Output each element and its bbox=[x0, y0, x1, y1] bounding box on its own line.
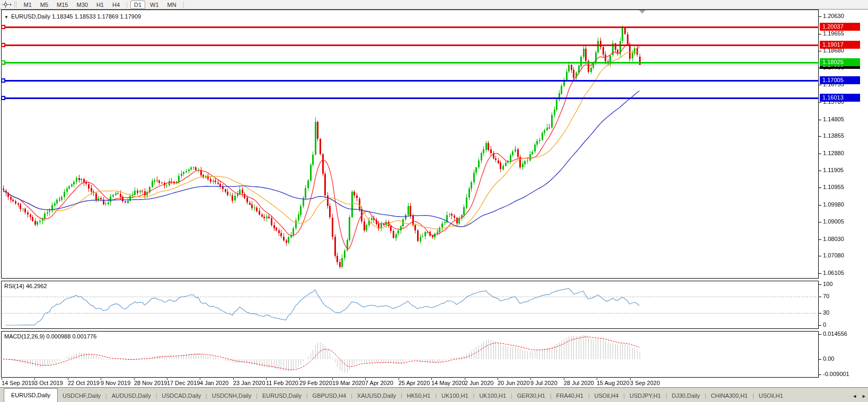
date-label: 3 Oct 2019 bbox=[34, 380, 63, 386]
chart-title: ▼EURUSD,Daily 1.18345 1.18533 1.17869 1.… bbox=[4, 13, 141, 20]
timeframe-button-m15[interactable]: M15 bbox=[53, 1, 72, 9]
timeframe-button-mn[interactable]: MN bbox=[164, 1, 180, 9]
mt4-window: ▾ M1M5M15M30H1H4D1W1MN ▼EURUSD,Daily 1.1… bbox=[0, 0, 868, 402]
date-label: 9 Nov 2019 bbox=[101, 380, 130, 386]
price-axis-label: 1.09005 bbox=[823, 218, 844, 225]
symbol-tab-usoil-h1[interactable]: USOil,H1 bbox=[754, 390, 788, 402]
symbol-tab-uk100-h1[interactable]: UK100,H1 bbox=[437, 390, 473, 402]
symbol-tab-fra40-h1[interactable]: FRA40,H1 bbox=[552, 390, 588, 402]
price-axis-label: 1.19655 bbox=[823, 30, 844, 37]
symbol-tab-usoil-h4[interactable]: USOil,H4 bbox=[590, 390, 624, 402]
date-label: 22 Oct 2019 bbox=[68, 380, 100, 386]
symbol-tab-usdchf-daily[interactable]: USDCHF,Daily bbox=[58, 390, 105, 402]
rsi-panel[interactable] bbox=[1, 281, 819, 329]
date-label: 28 Nov 2019 bbox=[134, 380, 167, 386]
date-label: 3 Sep 2020 bbox=[630, 380, 660, 386]
date-label: 4 Jan 2020 bbox=[200, 380, 228, 386]
line-handle[interactable] bbox=[1, 43, 5, 47]
timeframe-button-w1[interactable]: W1 bbox=[146, 1, 163, 9]
horizontal-level-line[interactable] bbox=[2, 97, 819, 99]
horizontal-level-line[interactable] bbox=[2, 26, 819, 28]
toolbar-caret-icon[interactable]: ▾ bbox=[10, 3, 12, 7]
symbol-tab-ger30-h1[interactable]: GER30,H1 bbox=[512, 390, 550, 402]
axis-tick bbox=[819, 154, 821, 154]
date-label: 14 Sep 2019 bbox=[2, 380, 34, 386]
date-label: 15 Aug 2020 bbox=[597, 380, 630, 386]
level-price-tag: 1.19017 bbox=[820, 41, 860, 49]
tab-scroll-controls: ◄ ► bbox=[852, 394, 866, 399]
rsi-axis-label: 0 bbox=[823, 321, 826, 328]
axis-tick bbox=[819, 16, 821, 17]
symbol-tab-hk50-h1[interactable]: HK50,H1 bbox=[402, 390, 436, 402]
date-label: 2 Jun 2020 bbox=[465, 380, 493, 386]
axis-tick bbox=[819, 297, 821, 297]
rsi-label: RSI(14) 46.2962 bbox=[4, 283, 47, 289]
crosshair-tool-icon[interactable] bbox=[2, 1, 9, 8]
axis-tick bbox=[819, 102, 821, 103]
axis-tick bbox=[819, 239, 821, 240]
line-handle[interactable] bbox=[1, 96, 5, 100]
date-label: 7 Apr 2020 bbox=[365, 380, 393, 386]
toolbar: ▾ M1M5M15M30H1H4D1W1MN bbox=[0, 0, 868, 10]
price-chart-panel[interactable] bbox=[1, 10, 819, 279]
timeframe-button-h1[interactable]: H1 bbox=[93, 1, 108, 9]
macd-panel[interactable] bbox=[1, 331, 819, 378]
rsi-axis-label: 30 bbox=[823, 309, 829, 316]
date-label: 11 Feb 2020 bbox=[266, 380, 298, 386]
symbol-tab-gbpusd-h4[interactable]: GBPUSD,H4 bbox=[308, 390, 351, 402]
macd-axis-label: 0.00 bbox=[823, 355, 834, 362]
date-label: 9 Jul 2020 bbox=[530, 380, 557, 386]
symbol-tab-china300-h1[interactable]: CHINA300,H1 bbox=[706, 390, 753, 402]
symbol-tab-dj30-daily[interactable]: DJ30,Daily bbox=[667, 390, 705, 402]
symbol-tab-eurusd-daily[interactable]: EURUSD,Daily bbox=[4, 388, 58, 402]
rsi-level-line bbox=[2, 297, 819, 297]
symbol-tab-xauusd-daily[interactable]: XAUUSD,Daily bbox=[352, 390, 401, 402]
axis-tick bbox=[819, 205, 821, 206]
timeframe-button-m1[interactable]: M1 bbox=[20, 1, 36, 9]
rsi-axis-label: 100 bbox=[823, 281, 832, 287]
chart-shift-marker-icon[interactable] bbox=[639, 10, 645, 14]
price-axis-label: 1.07080 bbox=[823, 252, 844, 258]
symbol-tab-usdcnh-daily[interactable]: USDCNH,Daily bbox=[207, 390, 256, 402]
symbol-tab-eurusd-daily[interactable]: EURUSD,Daily bbox=[258, 390, 306, 402]
price-axis-label: 1.06105 bbox=[823, 270, 844, 276]
line-handle[interactable] bbox=[1, 25, 5, 29]
level-price-tag: 1.16013 bbox=[820, 94, 860, 102]
horizontal-level-line[interactable] bbox=[2, 44, 819, 46]
axis-tick bbox=[819, 273, 821, 274]
timeframe-button-m5[interactable]: M5 bbox=[37, 1, 52, 9]
tab-scroll-left-icon[interactable]: ◄ bbox=[852, 394, 857, 399]
timeframe-button-h4[interactable]: H4 bbox=[109, 1, 123, 9]
axis-tick bbox=[819, 34, 821, 34]
axis-tick bbox=[819, 85, 821, 85]
date-label: 23 Jan 2020 bbox=[233, 380, 265, 386]
toolbar-separator bbox=[127, 2, 127, 8]
horizontal-level-line[interactable] bbox=[2, 80, 819, 82]
axis-tick bbox=[819, 256, 821, 256]
axis-tick bbox=[819, 325, 821, 326]
horizontal-level-line[interactable] bbox=[2, 62, 819, 64]
price-axis-label: 1.08030 bbox=[823, 236, 844, 242]
rsi-level-line bbox=[2, 313, 819, 314]
symbol-tab-uk100-h1[interactable]: UK100,H1 bbox=[474, 390, 511, 402]
timeframe-button-m30[interactable]: M30 bbox=[73, 1, 91, 9]
price-axis-label: 1.14805 bbox=[823, 116, 844, 122]
symbol-tab-audusd-daily[interactable]: AUDUSD,Daily bbox=[107, 390, 156, 402]
tab-scroll-right-icon[interactable]: ► bbox=[862, 394, 866, 399]
symbol-tab-usdcad-daily[interactable]: USDCAD,Daily bbox=[157, 390, 206, 402]
chart-collapse-caret-icon[interactable]: ▼ bbox=[4, 15, 8, 20]
date-label: 28 Jul 2020 bbox=[564, 380, 594, 386]
level-price-tag: 1.18025 bbox=[820, 58, 860, 66]
line-handle[interactable] bbox=[1, 78, 5, 83]
toolbar-grip[interactable] bbox=[14, 2, 16, 7]
axis-tick bbox=[819, 51, 821, 51]
timeframe-button-d1[interactable]: D1 bbox=[130, 1, 145, 9]
axis-tick bbox=[819, 359, 821, 360]
price-axis-label: 1.20630 bbox=[823, 13, 844, 19]
line-handle[interactable] bbox=[1, 60, 5, 65]
bid-price-line bbox=[2, 65, 819, 65]
date-label: 25 Apr 2020 bbox=[398, 380, 430, 386]
symbol-tab-usdjpy-h1[interactable]: USDJPY,H1 bbox=[625, 390, 666, 402]
axis-tick bbox=[819, 374, 821, 375]
date-label: 14 May 2020 bbox=[431, 380, 465, 386]
